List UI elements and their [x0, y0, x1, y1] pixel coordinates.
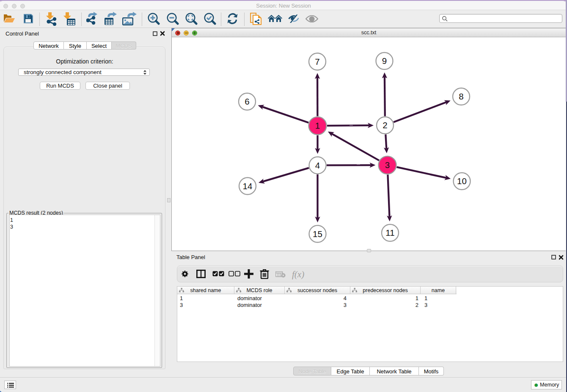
- svg-text:11: 11: [385, 228, 394, 237]
- svg-text:15: 15: [313, 229, 322, 239]
- svg-text:7: 7: [315, 57, 319, 66]
- svg-text:3: 3: [385, 160, 390, 170]
- svg-text:6: 6: [245, 97, 249, 106]
- svg-text:14: 14: [243, 181, 253, 191]
- svg-text:1: 1: [315, 121, 320, 130]
- svg-text:9: 9: [382, 56, 387, 66]
- svg-text:8: 8: [459, 91, 463, 101]
- svg-text:10: 10: [457, 176, 467, 186]
- svg-text:2: 2: [383, 120, 387, 130]
- svg-text:4: 4: [315, 160, 320, 170]
